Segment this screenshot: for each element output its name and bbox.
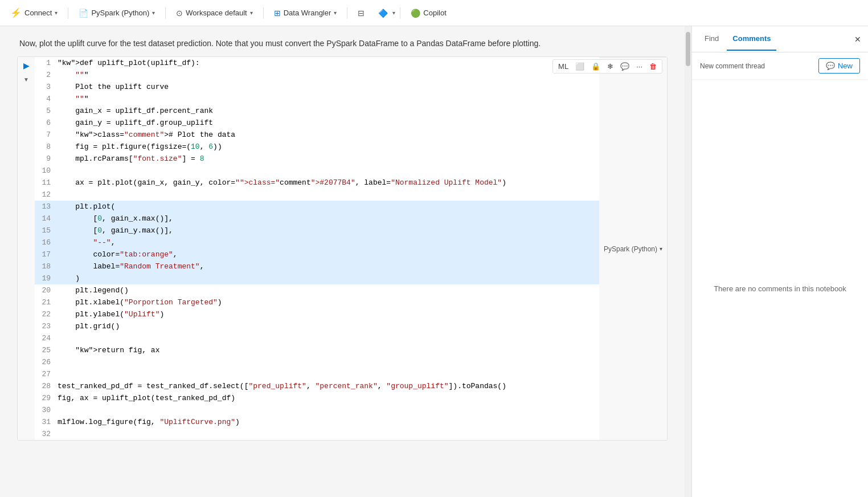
lang-chevron: ▾	[660, 246, 662, 252]
top-toolbar: ⚡ Connect ▾ 📄 PySpark (Python) ▾ ⊙ Works…	[0, 0, 868, 26]
table-row: 13 plt.plot(	[35, 201, 599, 213]
line-code[interactable]: """	[58, 69, 599, 81]
collapse-button[interactable]: ▼	[20, 73, 32, 85]
line-code[interactable]: ax = plt.plot(gain_x, gain_y, color="">c…	[58, 177, 599, 189]
line-code[interactable]: )	[58, 272, 599, 284]
more-button[interactable]: ···	[634, 61, 644, 72]
cell-container[interactable]: Now, plot the uplift curve for the test …	[0, 26, 685, 497]
run-button[interactable]: ▶	[20, 59, 32, 72]
data-wrangler-label: Data Wrangler	[284, 9, 331, 17]
line-code[interactable]: fig = plt.figure(figsize=(10, 6))	[58, 141, 599, 153]
line-code[interactable]: """	[58, 93, 599, 105]
copilot-label: Copilot	[423, 9, 446, 17]
table-row: 1"kw">def uplift_plot(uplift_df):	[35, 57, 599, 69]
connect-label: Connect	[24, 9, 52, 17]
table-row: 24	[35, 332, 599, 344]
cell-description: Now, plot the uplift curve for the test …	[17, 38, 668, 50]
line-number: 14	[35, 213, 58, 225]
table-row: 15 [0, gain_y.max()],	[35, 225, 599, 237]
line-code[interactable]	[58, 404, 599, 416]
line-number: 30	[35, 404, 58, 416]
lock-button[interactable]: 🔒	[589, 61, 602, 72]
line-code[interactable]: mpl.rcParams["font.size"] = 8	[58, 153, 599, 165]
line-code[interactable]: [0, gain_y.max()],	[58, 225, 599, 237]
line-code[interactable]: [0, gain_x.max()],	[58, 213, 599, 225]
find-tab[interactable]: Find	[699, 27, 724, 51]
code-content[interactable]: 1"kw">def uplift_plot(uplift_df):2 """3 …	[35, 57, 599, 440]
code-table: 1"kw">def uplift_plot(uplift_df):2 """3 …	[35, 57, 599, 440]
line-code[interactable]: Plot the uplift curve	[58, 81, 599, 93]
line-number: 16	[35, 237, 58, 248]
table-row: 17 color="tab:orange",	[35, 248, 599, 260]
comment-plus-icon: 💬	[826, 62, 835, 70]
line-code[interactable]	[58, 332, 599, 344]
line-code[interactable]	[58, 189, 599, 201]
table-row: 7 "kw">class="comment"># Plot the data	[35, 129, 599, 141]
table-row: 6 gain_y = uplift_df.group_uplift	[35, 117, 599, 129]
line-number: 23	[35, 320, 58, 332]
copilot-button[interactable]: 🟢 Copilot	[405, 6, 452, 20]
pyspark-label: PySpark (Python)	[91, 9, 149, 17]
line-code[interactable]: test_ranked_pd_df = test_ranked_df.selec…	[58, 380, 599, 392]
line-code[interactable]: color="tab:orange",	[58, 248, 599, 260]
line-code[interactable]: "--",	[58, 237, 599, 248]
scrollbar[interactable]	[685, 26, 691, 497]
line-number: 11	[35, 177, 58, 189]
line-number: 15	[35, 225, 58, 237]
line-code[interactable]: mlflow.log_figure(fig, "UpliftCurve.png"…	[58, 416, 599, 428]
workspace-button[interactable]: ⊙ Workspace default ▾	[170, 6, 258, 20]
line-code[interactable]: plt.plot(	[58, 201, 599, 213]
table-row: 18 label="Random Treatment",	[35, 260, 599, 272]
line-code[interactable]	[58, 428, 599, 440]
table-row: 19 )	[35, 272, 599, 284]
line-code[interactable]	[58, 368, 599, 380]
new-btn-label: New	[838, 62, 853, 70]
line-code[interactable]: fig, ax = uplift_plot(test_ranked_pd_df)	[58, 392, 599, 404]
language-selector[interactable]: PySpark (Python) ▾	[604, 245, 662, 253]
comments-tab[interactable]: Comments	[727, 27, 776, 51]
line-code[interactable]: plt.legend()	[58, 284, 599, 296]
line-code[interactable]: label="Random Treatment",	[58, 260, 599, 272]
line-code[interactable]	[58, 356, 599, 368]
line-number: 26	[35, 356, 58, 368]
comment-button[interactable]: 💬	[619, 61, 631, 72]
line-code[interactable]: plt.xlabel("Porportion Targeted")	[58, 296, 599, 308]
workspace-chevron: ▾	[250, 10, 253, 16]
line-code[interactable]: plt.ylabel("Uplift")	[58, 308, 599, 320]
new-comment-button[interactable]: 💬 New	[818, 58, 860, 74]
close-button[interactable]: ✕	[854, 35, 861, 44]
line-number: 6	[35, 117, 58, 129]
line-number: 27	[35, 368, 58, 380]
table-row: 16 "--",	[35, 237, 599, 248]
data-wrangler-button[interactable]: ⊞ Data Wrangler ▾	[268, 6, 343, 20]
table-row: 23 plt.grid()	[35, 320, 599, 332]
line-code[interactable]: "kw">class="comment"># Plot the data	[58, 129, 599, 141]
line-code[interactable]: gain_y = uplift_df.group_uplift	[58, 117, 599, 129]
connect-button[interactable]: ⚡ Connect ▾	[5, 5, 63, 21]
line-number: 17	[35, 248, 58, 260]
crop-button[interactable]: ⬜	[574, 61, 586, 72]
line-code[interactable]: plt.grid()	[58, 320, 599, 332]
line-number: 19	[35, 272, 58, 284]
layout-button[interactable]: ⊟	[352, 6, 370, 20]
vscode-button[interactable]: 🔷	[372, 6, 394, 20]
notebook-area: Now, plot the uplift curve for the test …	[0, 26, 685, 497]
line-number: 4	[35, 93, 58, 105]
ml-button[interactable]: ML	[556, 61, 570, 72]
line-code[interactable]	[58, 165, 599, 177]
table-row: 28test_ranked_pd_df = test_ranked_df.sel…	[35, 380, 599, 392]
pyspark-button[interactable]: 📄 PySpark (Python) ▾	[73, 6, 161, 20]
empty-message: There are no comments in this notebook	[714, 284, 846, 293]
panel-empty: There are no comments in this notebook	[692, 80, 868, 497]
delete-button[interactable]: 🗑	[648, 61, 658, 72]
table-row: 9 mpl.rcParams["font.size"] = 8	[35, 153, 599, 165]
table-row: 12	[35, 189, 599, 201]
snowflake-button[interactable]: ❄	[605, 61, 615, 72]
line-number: 22	[35, 308, 58, 320]
line-code[interactable]: "kw">def uplift_plot(uplift_df):	[58, 57, 599, 69]
table-row: 14 [0, gain_x.max()],	[35, 213, 599, 225]
line-code[interactable]: "kw">return fig, ax	[58, 344, 599, 356]
line-code[interactable]: gain_x = uplift_df.percent_rank	[58, 105, 599, 117]
workspace-label: Workspace default	[186, 9, 247, 17]
table-row: 25 "kw">return fig, ax	[35, 344, 599, 356]
